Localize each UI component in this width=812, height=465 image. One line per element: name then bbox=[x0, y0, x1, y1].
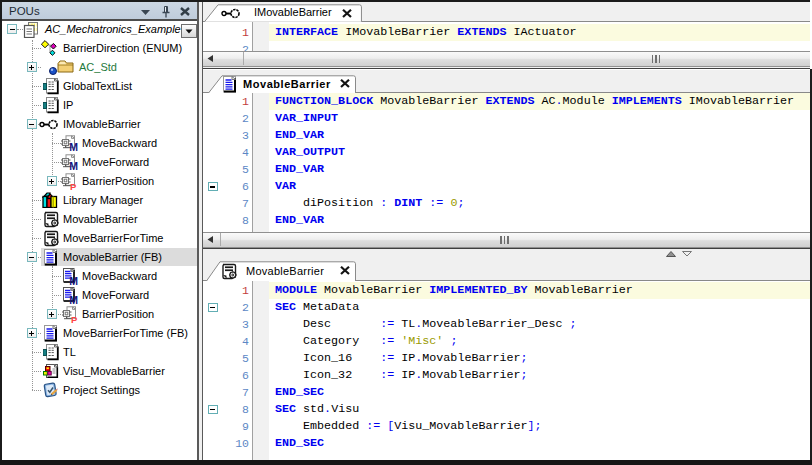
svg-text:M: M bbox=[69, 294, 78, 304]
svg-text:M: M bbox=[69, 141, 78, 152]
svg-text:M: M bbox=[69, 160, 78, 171]
svg-text:P: P bbox=[70, 181, 77, 190]
svg-text:P: P bbox=[71, 314, 78, 323]
svg-text:M: M bbox=[69, 275, 78, 285]
